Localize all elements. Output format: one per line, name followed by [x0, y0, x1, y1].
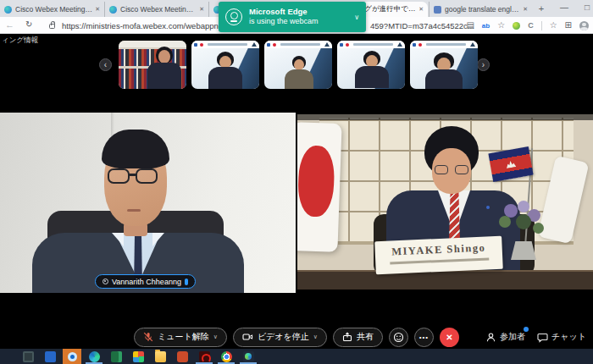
chevron-down-icon[interactable]: ∨ — [313, 334, 318, 340]
meeting-info-tab[interactable]: ィング情報 — [2, 36, 38, 46]
toast-message: is using the webcam — [249, 17, 354, 26]
desk — [297, 270, 593, 290]
webex-favicon — [109, 6, 117, 14]
smiley-icon — [393, 332, 404, 343]
virtual-bg-banner — [191, 41, 259, 48]
japan-flag — [297, 122, 342, 252]
tab-webex-1[interactable]: Cisco Webex Meetings - M ✕ — [0, 2, 104, 17]
glasses — [455, 165, 468, 174]
taskbar-edge-button[interactable] — [85, 349, 103, 364]
speaker-badge-icon — [103, 279, 108, 284]
read-aloud-star-icon[interactable]: ☆ — [497, 21, 505, 30]
refresh-button[interactable]: ↻ — [25, 19, 32, 29]
https-lock-icon — [49, 24, 55, 29]
taskbar-excel-button[interactable] — [107, 349, 125, 364]
video-tile-miyake[interactable]: MIYAKE Shingo — [297, 114, 593, 290]
webex-favicon — [4, 6, 12, 14]
taskbar-powerpoint-button[interactable] — [173, 349, 191, 364]
chevron-down-icon[interactable]: ∨ — [354, 14, 359, 21]
translate-icon[interactable]: ab — [482, 22, 490, 30]
participant-figure — [425, 69, 463, 89]
thumb-background — [119, 41, 186, 47]
participant-figure — [158, 50, 170, 63]
filmstrip-prev-button[interactable]: ‹ — [99, 58, 112, 71]
camera-icon — [242, 332, 253, 342]
new-tab-button[interactable]: + — [535, 3, 548, 16]
notification-dot — [524, 327, 529, 332]
nameplate-subtitle-blur — [390, 257, 489, 264]
toolbar-icons: ▤ ab ☆ C ☆ ⊞ — [466, 17, 589, 34]
profile-avatar[interactable] — [579, 21, 589, 30]
taskbar-webex-button[interactable] — [239, 349, 258, 364]
window-minimize-button[interactable]: — — [555, 0, 574, 15]
participants-icon — [485, 332, 496, 343]
participant-thumbnail[interactable] — [337, 41, 405, 89]
nameplate-name: MIYAKE Shingo — [374, 241, 502, 260]
virtual-bg-banner — [337, 41, 405, 48]
chevron-down-icon[interactable]: ∨ — [213, 334, 218, 340]
glasses — [136, 168, 158, 184]
taskbar-acrobat-button[interactable] — [195, 349, 213, 364]
extension-icon[interactable] — [513, 22, 520, 30]
filmstrip-next-button[interactable]: › — [477, 58, 490, 71]
participant-thumbnail[interactable] — [264, 41, 332, 89]
tab-close-icon[interactable]: ✕ — [95, 6, 100, 13]
webcam-toast: Microsoft Edge is using the webcam ∨ — [219, 2, 366, 32]
panel-buttons: 参加者 チャット — [485, 325, 586, 349]
participants-button[interactable]: 参加者 — [485, 331, 525, 343]
participant-thumbnail[interactable] — [410, 41, 478, 89]
tab-webex-2[interactable]: Cisco Webex Meetings - M ✕ — [104, 2, 208, 17]
participant-figure — [355, 66, 389, 88]
back-button[interactable]: ← — [5, 19, 14, 30]
tab-google-translate[interactable]: google translate english to ✕ — [429, 2, 532, 17]
webex-meeting-page: ィング情報 ‹ › — [0, 34, 593, 349]
leave-meeting-button[interactable]: ✕ — [440, 328, 459, 347]
google-translate-favicon — [434, 6, 441, 14]
reader-mode-icon[interactable]: ▤ — [466, 21, 474, 30]
folder-icon — [155, 351, 166, 362]
webex-icon — [243, 351, 254, 362]
taskbar-app-button[interactable] — [129, 349, 147, 364]
chat-button[interactable]: チャット — [537, 331, 586, 343]
close-icon: ✕ — [446, 333, 452, 342]
toolbar-divider — [541, 21, 542, 30]
toast-app-name: Microsoft Edge — [249, 7, 354, 17]
screen: Cisco Webex Meetings - M ✕ Cisco Webex M… — [0, 0, 593, 364]
speaker-name: Vannarith Chheanng — [112, 278, 181, 286]
taskbar-active-app-button[interactable] — [63, 349, 81, 364]
participant-figure — [147, 63, 181, 89]
nameplate: MIYAKE Shingo — [374, 236, 503, 275]
excel-icon — [111, 351, 122, 362]
taskbar-app-button[interactable] — [19, 349, 37, 364]
colorful-app-icon — [133, 351, 144, 362]
favorites-star-icon[interactable]: ☆ — [550, 21, 557, 30]
extension-c-icon[interactable]: C — [528, 21, 534, 30]
address-url-suffix: 459?MTID=m37a4c54522c... — [370, 21, 474, 30]
reactions-button[interactable] — [389, 328, 408, 347]
unmute-button[interactable]: ミュート解除 ∨ — [134, 328, 227, 347]
participant-hair — [102, 130, 169, 168]
window-maximize-button[interactable]: □ — [578, 0, 593, 15]
participant-thumbnail[interactable] — [119, 41, 186, 89]
taskbar-chrome-button[interactable] — [217, 349, 236, 364]
tab-close-icon[interactable]: ✕ — [199, 6, 204, 13]
more-options-button[interactable]: ••• — [414, 328, 434, 347]
app-icon — [45, 351, 56, 362]
share-button[interactable]: 共有 — [333, 328, 383, 347]
ceiling-shade — [297, 114, 593, 120]
taskbar-app-button[interactable] — [41, 349, 59, 364]
taskbar-explorer-button[interactable] — [151, 349, 169, 364]
video-tile-vannarith[interactable]: Vannarith Chheanng — [0, 113, 296, 293]
active-speaker-label: Vannarith Chheanng — [95, 274, 196, 289]
taskbar-pinned-apps — [19, 349, 258, 364]
glasses — [435, 165, 448, 174]
lapel-pin — [486, 206, 490, 209]
stop-video-button[interactable]: ビデオを停止 ∨ — [233, 328, 327, 347]
search-icon — [68, 352, 77, 361]
virtual-bg-banner — [264, 41, 332, 48]
collections-icon[interactable]: ⊞ — [565, 21, 572, 30]
tab-close-icon[interactable]: ✕ — [523, 6, 528, 13]
participant-thumbnail[interactable] — [191, 41, 259, 89]
tab-close-icon[interactable]: ✕ — [418, 6, 424, 13]
chrome-icon — [221, 351, 232, 362]
